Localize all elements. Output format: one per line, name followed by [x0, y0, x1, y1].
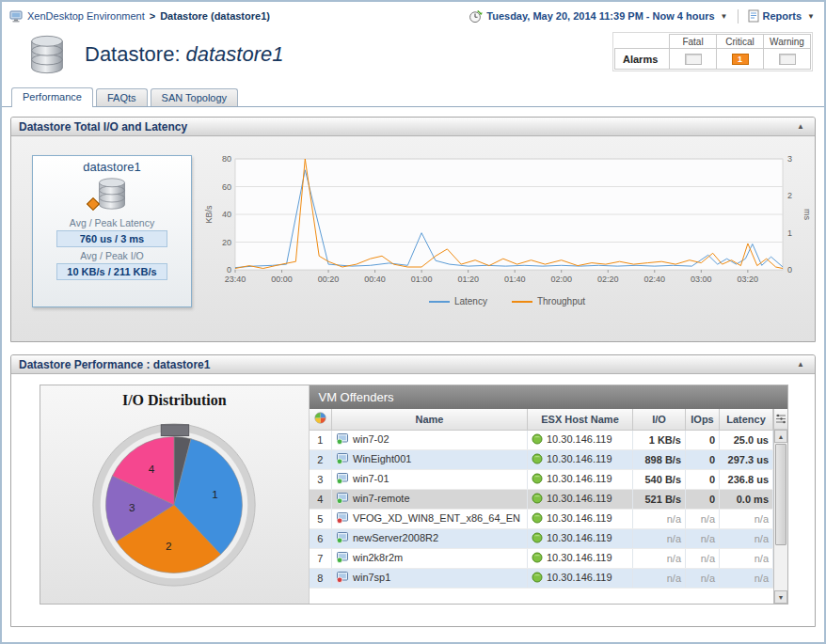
iops-cell: n/a	[686, 528, 720, 548]
critical-alarm-cell[interactable]: 1	[717, 49, 764, 70]
time-range-control[interactable]: Tuesday, May 20, 2014 11:39 PM - Now 4 h…	[486, 10, 714, 22]
vm-name-cell: win7-02	[332, 430, 528, 449]
svg-text:80: 80	[222, 154, 231, 164]
alarms-table: Fatal Critical Warning Alarms 1	[614, 34, 811, 70]
vm-icon	[336, 493, 349, 506]
warning-count	[779, 54, 796, 65]
vm-offenders-title: VM Offenders	[319, 390, 394, 404]
scroll-up-button[interactable]: ▲	[774, 430, 787, 443]
vm-icon	[336, 552, 349, 565]
esx-host-cell: 10.30.146.119	[528, 548, 633, 568]
column-header-esx-host[interactable]: ESX Host Name	[528, 409, 633, 430]
io-cell: 540 B/s	[633, 469, 686, 489]
vm-table-row[interactable]: 1win7-0210.30.146.1191 KB/s025.0 us	[310, 430, 773, 449]
column-header-name[interactable]: Name	[332, 409, 528, 430]
svg-text:0: 0	[787, 265, 792, 275]
alarms-summary: Fatal Critical Warning Alarms 1	[612, 32, 813, 71]
datastore-card[interactable]: datastore1	[32, 155, 192, 307]
card-datastore-name: datastore1	[33, 156, 191, 174]
row-number: 2	[310, 449, 332, 469]
io-latency-chart: 020406080012323:4000:0000:2000:4001:0001…	[201, 149, 813, 292]
legend-wheel-icon[interactable]	[310, 409, 332, 430]
alarms-col-fatal: Fatal	[670, 35, 717, 49]
svg-text:4: 4	[149, 463, 155, 475]
breadcrumb-separator: >	[150, 10, 155, 22]
fatal-count	[685, 54, 702, 65]
latency-cell: 25.0 us	[720, 430, 773, 449]
esx-host-icon	[532, 433, 543, 447]
vm-table-row[interactable]: 8win7sp110.30.146.119n/an/an/a	[310, 568, 773, 588]
alarms-blank-cell	[615, 35, 670, 49]
tab-strip: Performance FAQts SAN Topology	[2, 85, 824, 107]
collapse-performance-panel-button[interactable]: ▲	[794, 360, 807, 369]
breadcrumb-root-link[interactable]: XenDesktop Environment	[27, 10, 145, 22]
vm-icon	[336, 433, 349, 447]
vm-name-cell: VFOG_XD_WIN8_ENT_x86_64_EN	[332, 509, 528, 528]
card-datastore-icon	[93, 177, 131, 211]
esx-host-icon	[532, 552, 543, 565]
svg-text:03:00: 03:00	[691, 275, 712, 284]
vm-table-body: 1win7-0210.30.146.1191 KB/s025.0 us2WinE…	[310, 430, 773, 588]
vm-table-row[interactable]: 6newServer2008R210.30.146.119n/an/an/a	[310, 528, 773, 548]
io-distribution-pie[interactable]: 1234	[87, 415, 262, 589]
svg-text:2: 2	[166, 540, 172, 552]
legend-latency: Latency	[429, 296, 487, 306]
tab-faqts[interactable]: FAQts	[96, 88, 148, 106]
scroll-track[interactable]	[774, 443, 787, 590]
tab-performance[interactable]: Performance	[11, 87, 93, 107]
column-header-iops[interactable]: IOps	[686, 409, 720, 430]
warning-alarm-cell[interactable]	[764, 49, 811, 70]
esx-host-icon	[532, 473, 543, 486]
title-object-name: datastore1	[186, 42, 284, 66]
fatal-alarm-cell[interactable]	[670, 49, 717, 70]
vm-table-row[interactable]: 3win7-0110.30.146.119540 B/s0236.8 us	[310, 469, 773, 489]
tab-san-topology[interactable]: SAN Topology	[151, 88, 239, 106]
iops-cell: 0	[686, 469, 720, 489]
latency-swatch	[429, 301, 450, 303]
row-number: 1	[310, 430, 332, 449]
svg-text:1: 1	[212, 488, 218, 500]
latency-cell: 236.8 us	[720, 469, 773, 489]
io-cell: n/a	[633, 548, 686, 568]
vm-name-cell: win7-01	[332, 469, 528, 489]
vm-table-row[interactable]: 4win7-remote10.30.146.119521 B/s00.0 ms	[310, 489, 773, 509]
reports-caret-icon[interactable]: ▼	[807, 12, 815, 21]
page-title: Datastore:datastore1	[24, 34, 283, 75]
vm-name-cell: win7-remote	[332, 489, 528, 509]
column-customizer-icon[interactable]	[774, 409, 787, 430]
scroll-down-button[interactable]: ▼	[774, 590, 787, 604]
svg-text:00:00: 00:00	[271, 275, 293, 284]
column-header-latency[interactable]: Latency	[720, 409, 773, 430]
vm-table-row[interactable]: 5VFOG_XD_WIN8_ENT_x86_64_EN10.30.146.119…	[310, 509, 773, 528]
svg-text:02:20: 02:20	[597, 275, 619, 284]
io-latency-panel-title-bar: Datastore Total I/O and Latency ▲	[11, 118, 815, 136]
vm-name-cell: newServer2008R2	[332, 528, 528, 548]
column-header-io[interactable]: I/O	[633, 409, 686, 430]
row-number: 3	[310, 469, 332, 489]
io-cell: n/a	[633, 509, 686, 528]
time-range-clock-icon	[469, 9, 483, 24]
reports-icon	[748, 9, 759, 23]
vm-table-header-row: Name ESX Host Name I/O IOps Latency	[310, 409, 773, 430]
latency-cell: n/a	[720, 528, 773, 548]
time-range-caret-icon[interactable]: ▼	[721, 12, 728, 21]
environment-icon	[9, 10, 23, 23]
vm-table-row[interactable]: 2WinEight00110.30.146.119898 B/s0297.3 u…	[310, 449, 773, 469]
vm-table-row[interactable]: 7win2k8r2m10.30.146.119n/an/an/a	[310, 548, 773, 568]
iops-cell: n/a	[686, 548, 720, 568]
vm-name-cell: win7sp1	[332, 568, 528, 588]
alarms-col-critical: Critical	[717, 35, 764, 49]
vm-table-scrollbar[interactable]: ▲ ▼	[773, 409, 787, 604]
legend-throughput: Throughput	[512, 296, 585, 306]
collapse-io-panel-button[interactable]: ▲	[794, 122, 807, 131]
esx-host-cell: 10.30.146.119	[528, 489, 633, 509]
latency-value: 760 us / 3 ms	[56, 230, 167, 247]
scroll-thumb[interactable]	[775, 444, 786, 545]
performance-inner-box: I/O Distribution 1234 VM Offenders	[40, 385, 788, 605]
svg-text:23:40: 23:40	[225, 275, 246, 284]
page: XenDesktop Environment > Datastore (data…	[0, 0, 826, 644]
io-cell: 898 B/s	[633, 449, 686, 469]
topbar-right: Tuesday, May 20, 2014 11:39 PM - Now 4 h…	[469, 9, 815, 24]
reports-button[interactable]: Reports	[763, 10, 802, 22]
io-distribution-area: I/O Distribution 1234	[40, 385, 310, 604]
